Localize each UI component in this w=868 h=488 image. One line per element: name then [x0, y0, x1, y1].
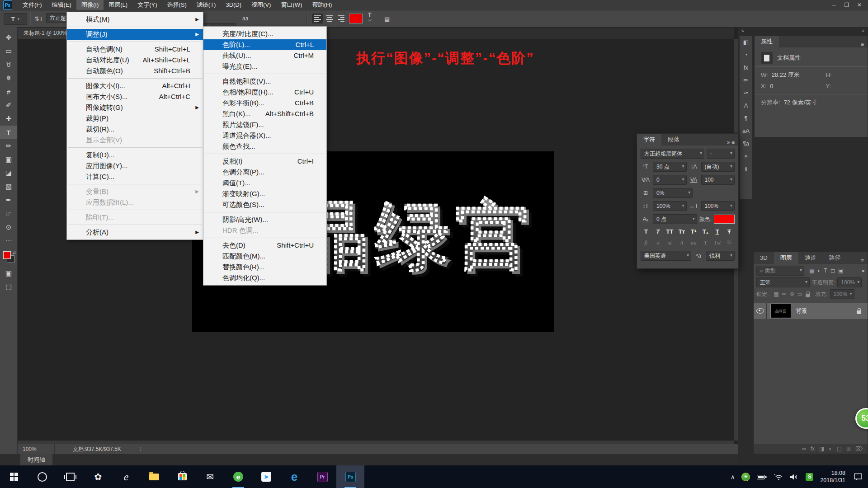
menu-item[interactable]: 阴影/高光(W)... — [203, 214, 326, 225]
menu-item[interactable]: 图像旋转(G)▶ — [67, 102, 203, 113]
menu-item[interactable]: 复制(D)... — [67, 150, 203, 160]
small-caps-button[interactable]: Tᴛ — [677, 228, 686, 235]
underline-button[interactable]: T — [713, 228, 722, 235]
timeline-tab[interactable]: 时间轴 — [20, 454, 52, 465]
cortana-button[interactable] — [28, 465, 56, 488]
menu-item[interactable]: 图像大小(I)...Alt+Ctrl+I — [67, 80, 203, 91]
menu-item[interactable]: 自动色调(N)Shift+Ctrl+L — [67, 44, 203, 55]
swap-colors-icon[interactable]: ⇄ — [12, 250, 16, 255]
panel-paragraph-styles-icon[interactable]: ¶a — [743, 140, 749, 147]
faux-bold-button[interactable]: T — [642, 228, 651, 235]
tray-expand-icon[interactable]: ∧ — [731, 474, 735, 480]
color-swatches[interactable]: ⇄ — [0, 250, 17, 267]
panel-brushes-icon[interactable]: ✑ — [744, 89, 749, 96]
layer-name[interactable]: 背景 — [796, 307, 807, 315]
photoshop-icon[interactable]: Ps — [336, 465, 364, 488]
all-caps-button[interactable]: TT — [665, 228, 675, 235]
menu-item[interactable]: 画布大小(S)...Alt+Ctrl+C — [67, 91, 203, 102]
menu-窗口(W)[interactable]: 窗口(W) — [276, 0, 307, 10]
link-layers-icon[interactable]: ∞ — [802, 446, 806, 452]
filter-type-layers-icon[interactable]: T — [824, 267, 827, 274]
menu-item[interactable]: 调整(J)▶ — [67, 29, 203, 40]
menu-图层(L)[interactable]: 图层(L) — [104, 0, 132, 10]
panel-effects-icon[interactable]: fx — [744, 64, 748, 71]
language-select[interactable]: 美国英语 — [641, 251, 691, 261]
menu-item[interactable]: 色阶(L)...Ctrl+L — [203, 39, 326, 50]
panel-clone-source-icon[interactable]: ⌖ — [744, 153, 747, 160]
menu-item[interactable]: 分析(A)▶ — [67, 227, 203, 238]
menu-item[interactable]: 颜色查找... — [203, 141, 326, 152]
faux-italic-button[interactable]: T — [653, 228, 662, 235]
panel-paragraph-icon[interactable]: ¶ — [745, 115, 748, 122]
strikethrough-button[interactable]: Ŧ — [725, 228, 734, 235]
crop-tool[interactable]: # — [0, 85, 17, 99]
task-view-button[interactable] — [56, 465, 84, 488]
zoom-tool[interactable]: ⊙ — [0, 221, 17, 234]
brush-tool[interactable]: ✏ — [0, 139, 17, 153]
panel-info-icon[interactable]: ℹ — [745, 166, 747, 173]
warp-text-button[interactable]: T ◡ — [368, 13, 372, 24]
collapse-panels-icon[interactable]: « — [741, 28, 744, 34]
menu-item[interactable]: 裁剪(P) — [67, 113, 203, 124]
pen-tool[interactable]: ✒ — [0, 193, 17, 207]
filter-toggle-icon[interactable]: ● — [862, 267, 865, 274]
tab-paragraph[interactable]: 段落 — [661, 134, 686, 145]
layer-thumbnail[interactable]: 晶绿宫 — [770, 304, 791, 318]
filter-shape-layers-icon[interactable]: ◻ — [830, 267, 835, 274]
horizontal-scale-field[interactable]: 100% — [701, 201, 735, 211]
menu-item[interactable]: 曲线(U)...Ctrl+M — [203, 50, 326, 61]
delete-layer-icon[interactable]: ⌦ — [855, 446, 863, 452]
text-color-swatch[interactable] — [349, 13, 363, 24]
filter-smart-objects-icon[interactable]: ▣ — [838, 267, 843, 274]
antivirus-tray-icon[interactable]: + — [741, 473, 750, 481]
menu-视图(V)[interactable]: 视图(V) — [246, 0, 276, 10]
minimize-button[interactable]: ─ — [829, 2, 839, 8]
layer-visibility-toggle[interactable] — [754, 303, 767, 319]
menu-3D(D)[interactable]: 3D(D) — [221, 0, 246, 10]
menu-item[interactable]: 替换颜色(R)... — [203, 262, 326, 272]
leading-select[interactable]: (自动) — [701, 162, 735, 172]
menu-item[interactable]: 可选颜色(S)... — [203, 199, 326, 210]
eraser-tool[interactable]: ◪ — [0, 166, 17, 180]
pinwheel-app-icon[interactable]: ✿ — [84, 465, 112, 488]
layer-group-icon[interactable]: ▢ — [837, 446, 842, 452]
menu-item[interactable]: 通道混合器(X)... — [203, 130, 326, 141]
menu-item[interactable]: 渐变映射(G)... — [203, 188, 326, 199]
hand-tool[interactable]: ☞ — [0, 207, 17, 221]
menu-item[interactable]: 裁切(R)... — [67, 124, 203, 135]
zoom-level[interactable]: 100% — [17, 444, 55, 454]
collapse-panel-icon[interactable]: » — [727, 139, 730, 145]
panel-glyphs-icon[interactable]: A — [744, 102, 748, 109]
horizontal-scrollbar[interactable] — [17, 441, 734, 444]
font-size-select[interactable]: 30 点 — [653, 162, 687, 172]
menu-item[interactable]: 计算(C)... — [67, 171, 203, 182]
menu-文件(F)[interactable]: 文件(F) — [18, 0, 47, 10]
font-family-select[interactable]: 方正超粗黑简体 — [641, 149, 704, 159]
tab-通道[interactable]: 通道 — [798, 252, 823, 264]
panel-menu-icon[interactable]: ≡ — [861, 41, 868, 47]
baseline-shift-field[interactable]: 0 点 — [653, 214, 697, 224]
volume-icon[interactable] — [790, 474, 799, 480]
align-left-button[interactable] — [312, 14, 323, 23]
lasso-tool[interactable]: ♉ — [0, 58, 17, 71]
thunder-icon[interactable]: ➤ — [252, 465, 280, 488]
panel-brush-settings-icon[interactable]: ✏ — [744, 77, 749, 84]
foreground-color-swatch[interactable] — [3, 251, 11, 259]
menu-帮助(H)[interactable]: 帮助(H) — [307, 0, 337, 10]
lock-transparent-icon[interactable]: ▦ — [774, 291, 778, 297]
superscript-button[interactable]: T¹ — [689, 228, 698, 235]
menu-item[interactable]: 匹配颜色(M)... — [203, 251, 326, 262]
type-tool-preset[interactable]: T ▾ — [4, 13, 27, 25]
taskbar-clock[interactable]: 18:08 2018/1/31 — [820, 469, 845, 484]
panel-adjustments-icon[interactable]: ◧ — [743, 39, 749, 46]
quick-mask-button[interactable]: ▣ — [0, 267, 17, 280]
menu-item[interactable]: 色相/饱和度(H)...Ctrl+U — [203, 87, 326, 98]
adjustment-layer-icon[interactable]: ◐ — [829, 446, 832, 452]
proportional-spacing-select[interactable]: 0% — [653, 188, 693, 198]
menu-item[interactable]: 色调均化(Q)... — [203, 272, 326, 283]
lock-pixels-icon[interactable]: ✏ — [782, 291, 787, 297]
close-button[interactable]: ✕ — [854, 2, 864, 8]
edit-toolbar[interactable]: ⋯ — [0, 234, 17, 248]
align-center-button[interactable] — [324, 14, 335, 23]
menu-图像(I)[interactable]: 图像(I) — [76, 0, 104, 10]
